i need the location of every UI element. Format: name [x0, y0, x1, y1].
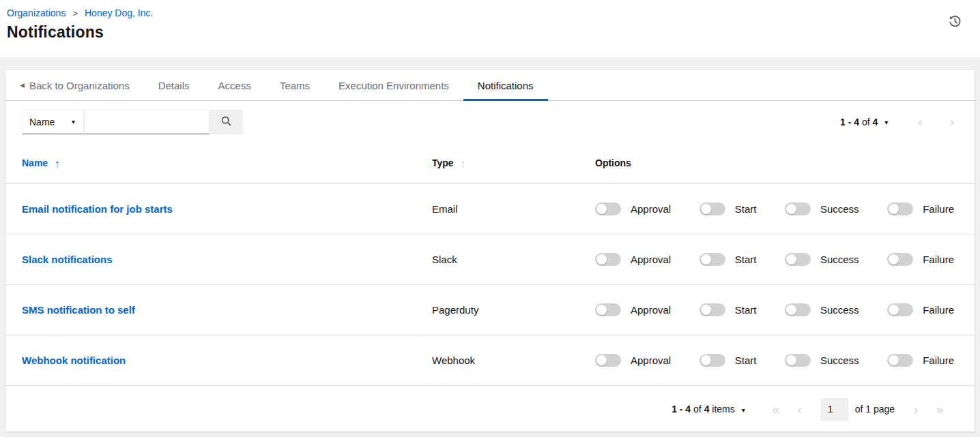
tab-label: Teams: [280, 80, 310, 91]
tab-label: Notifications: [478, 80, 534, 91]
search-input[interactable]: [84, 110, 210, 134]
start-toggle-group: Start: [700, 303, 757, 316]
toggle-label: Failure: [923, 254, 954, 265]
tab-bar: ◀ Back to Organizations Details Access T…: [5, 70, 975, 101]
toggle-knob: [786, 305, 796, 315]
notification-type: Slack: [432, 254, 595, 265]
toggle-knob: [701, 355, 711, 365]
column-header-options: Options: [595, 157, 958, 168]
previous-page-button[interactable]: ‹: [793, 402, 805, 417]
toggle-knob: [786, 254, 796, 265]
column-header-type[interactable]: Type ↕: [432, 157, 595, 169]
pagination-range: 1 - 4: [840, 117, 859, 127]
breadcrumb-separator: >: [72, 8, 78, 18]
column-label: Options: [595, 157, 631, 168]
toggle-knob: [596, 204, 607, 214]
tab-access[interactable]: Access: [204, 70, 265, 100]
table-row: Slack notifications Slack Approval Start…: [5, 235, 975, 285]
caret-down-icon: ▾: [884, 119, 888, 126]
first-page-button[interactable]: «: [768, 402, 784, 417]
tab-details[interactable]: Details: [144, 70, 204, 100]
start-toggle-group: Start: [700, 354, 757, 367]
toggle-label: Failure: [923, 203, 954, 215]
breadcrumb-link-organization[interactable]: Honey Dog, Inc.: [85, 7, 153, 18]
approval-toggle[interactable]: [595, 354, 621, 367]
notification-name-link[interactable]: Slack notifications: [22, 254, 432, 265]
pagination-of-label: of: [693, 404, 702, 415]
column-label: Type: [432, 157, 454, 168]
toggle-knob: [786, 204, 796, 214]
pagination-menu-toggle[interactable]: ▾: [742, 404, 745, 415]
toggle-label: Start: [735, 355, 757, 366]
notifications-table: Name ↑ Type ↕ Options Email notification…: [5, 142, 975, 432]
tab-back-label: Back to Organizations: [29, 80, 130, 91]
success-toggle[interactable]: [785, 253, 811, 266]
table-row: Webhook notification Webhook Approval St…: [5, 335, 975, 386]
start-toggle[interactable]: [700, 303, 725, 316]
search-controls: Name ▾: [22, 110, 243, 134]
toggle-knob: [701, 254, 711, 265]
toggle-label: Approval: [631, 203, 671, 215]
approval-toggle[interactable]: [595, 202, 621, 215]
toggle-label: Start: [735, 304, 757, 316]
toggle-knob: [701, 204, 711, 214]
success-toggle[interactable]: [785, 303, 811, 316]
last-page-button[interactable]: »: [932, 402, 947, 417]
next-page-button[interactable]: ›: [910, 402, 922, 417]
table-row: Email notification for job starts Email …: [5, 184, 975, 235]
pagination-total: 4: [704, 404, 710, 415]
current-page-input[interactable]: [821, 398, 848, 421]
search-button[interactable]: [210, 110, 243, 134]
start-toggle-group: Start: [700, 202, 757, 215]
success-toggle-group: Success: [785, 303, 859, 316]
start-toggle[interactable]: [700, 354, 725, 367]
filter-key-dropdown[interactable]: Name ▾: [22, 110, 84, 134]
column-header-name[interactable]: Name ↑: [22, 157, 432, 169]
failure-toggle[interactable]: [887, 253, 913, 266]
failure-toggle[interactable]: [887, 303, 913, 316]
pagination-top: 1 - 4 of 4 ▾ ‹ ›: [840, 114, 958, 130]
success-toggle[interactable]: [785, 354, 811, 367]
success-toggle-group: Success: [785, 253, 859, 266]
toggle-label: Approval: [631, 254, 671, 265]
success-toggle-group: Success: [785, 202, 859, 215]
tab-back-to-organizations[interactable]: ◀ Back to Organizations: [5, 70, 144, 100]
notification-name-link[interactable]: Email notification for job starts: [22, 203, 432, 215]
notification-options: Approval Start Success Failure: [595, 303, 958, 316]
notification-name-link[interactable]: SMS notification to self: [22, 304, 432, 316]
notification-name-link[interactable]: Webhook notification: [22, 355, 432, 366]
toggle-label: Failure: [923, 355, 954, 366]
tab-execution-environments[interactable]: Execution Environments: [324, 70, 463, 100]
column-label: Name: [22, 157, 48, 168]
history-button[interactable]: [946, 12, 964, 32]
failure-toggle[interactable]: [887, 202, 913, 215]
breadcrumb-link-organizations[interactable]: Organizations: [7, 7, 66, 18]
toggle-knob: [596, 355, 607, 365]
toggle-knob: [889, 355, 899, 365]
notification-type: Pagerduty: [432, 304, 595, 316]
previous-page-button[interactable]: ‹: [914, 114, 926, 130]
pagination-total: 4: [873, 117, 878, 127]
failure-toggle[interactable]: [887, 354, 913, 367]
table-row: SMS notification to self Pagerduty Appro…: [5, 285, 975, 335]
failure-toggle-group: Failure: [887, 253, 954, 266]
toggle-knob: [889, 254, 899, 265]
notification-type: Webhook: [432, 355, 595, 366]
toggle-knob: [596, 254, 607, 265]
pagination-menu-toggle[interactable]: ▾: [884, 117, 888, 127]
page-of-label: of 1 page: [855, 404, 895, 415]
filter-key-value: Name: [29, 117, 55, 127]
start-toggle[interactable]: [700, 202, 725, 215]
success-toggle[interactable]: [785, 202, 811, 215]
tab-notifications[interactable]: Notifications: [463, 70, 548, 100]
start-toggle[interactable]: [700, 253, 725, 266]
next-page-button[interactable]: ›: [946, 114, 958, 130]
sort-ascending-icon: ↑: [55, 157, 60, 169]
back-caret-icon: ◀: [20, 82, 25, 89]
toggle-label: Start: [735, 203, 757, 215]
tab-teams[interactable]: Teams: [265, 70, 324, 100]
approval-toggle[interactable]: [595, 303, 621, 316]
toggle-knob: [596, 305, 607, 315]
approval-toggle[interactable]: [595, 253, 621, 266]
toggle-label: Failure: [923, 304, 954, 316]
